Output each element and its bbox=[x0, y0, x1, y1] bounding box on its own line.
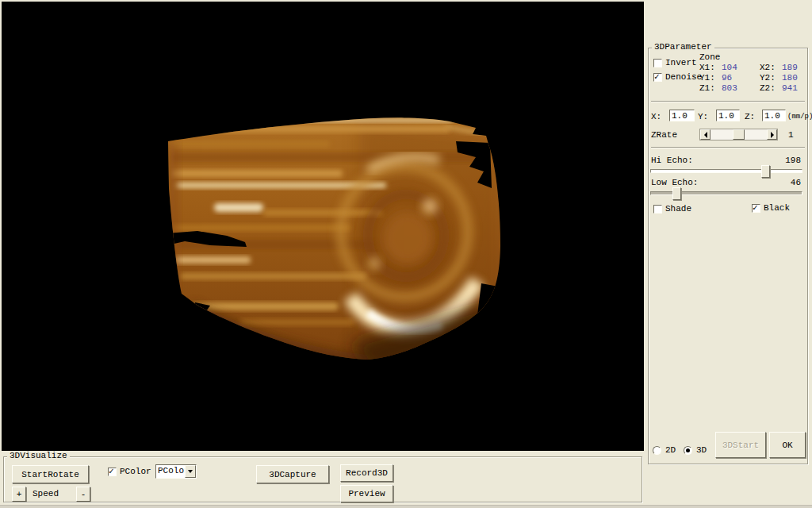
zrate-scrollbar-thumb[interactable] bbox=[733, 129, 745, 140]
low-echo-slider-thumb[interactable] bbox=[672, 187, 681, 200]
zone-label: Zone bbox=[699, 52, 720, 62]
visualize-groupbox: 3DVisualize StartRotate PColor PColor 3D… bbox=[3, 456, 642, 502]
black-label: Black bbox=[764, 203, 790, 213]
start-3d-button[interactable]: 3DStart bbox=[715, 432, 766, 458]
arrow-right-icon bbox=[771, 132, 774, 138]
denoise-checkbox[interactable] bbox=[653, 73, 662, 82]
preview-button[interactable]: Preview bbox=[340, 485, 393, 502]
denoise-label: Denoise bbox=[665, 72, 702, 82]
zrate-value: 1 bbox=[788, 130, 794, 140]
low-echo-slider[interactable] bbox=[650, 191, 802, 195]
shade-checkbox[interactable] bbox=[653, 205, 662, 214]
ok-button[interactable]: OK bbox=[769, 432, 806, 458]
parameter-groupbox: 3DParameter Invert Denoise Zone X1: 104 … bbox=[648, 48, 808, 464]
zone-x1-label: X1: bbox=[699, 63, 715, 72]
mode-2d-radio[interactable] bbox=[653, 446, 661, 455]
visualize-group-title: 3DVisualize bbox=[7, 451, 70, 460]
app-window: { "right_panel": { "group_title": "3DPar… bbox=[0, 0, 812, 508]
hi-echo-label: Hi Echo: bbox=[651, 156, 693, 165]
hi-echo-slider[interactable] bbox=[650, 169, 802, 173]
hi-echo-slider-thumb[interactable] bbox=[761, 165, 770, 178]
speed-label: Speed bbox=[33, 489, 59, 498]
voxel-y-label: Y: bbox=[698, 112, 708, 121]
separator bbox=[651, 147, 805, 148]
voxel-unit-label: (mm/p) bbox=[787, 113, 812, 121]
zone-x2-label: X2: bbox=[760, 63, 776, 72]
zrate-scrollbar[interactable] bbox=[699, 129, 778, 140]
volume-render-3d-ultrasound bbox=[2, 2, 644, 451]
pcolor-checkbox[interactable] bbox=[108, 468, 117, 476]
zone-x2-value: 189 bbox=[782, 63, 798, 72]
mode-3d-radio[interactable] bbox=[684, 446, 692, 455]
voxel-y-input[interactable] bbox=[716, 110, 740, 121]
zone-y2-label: Y2: bbox=[760, 73, 776, 83]
voxel-x-label: X: bbox=[651, 112, 661, 121]
pcolor-dropdown-button[interactable] bbox=[185, 465, 196, 478]
viewport-3d[interactable] bbox=[2, 2, 644, 451]
zone-y2-value: 180 bbox=[782, 73, 798, 83]
capture-3d-button[interactable]: 3DCapture bbox=[256, 465, 329, 483]
window-bottom-edge bbox=[0, 505, 812, 508]
separator bbox=[651, 101, 805, 102]
hi-echo-value: 198 bbox=[785, 156, 801, 165]
low-echo-label: Low Echo: bbox=[651, 178, 698, 187]
black-checkbox[interactable] bbox=[752, 204, 760, 213]
invert-checkbox[interactable] bbox=[653, 59, 662, 67]
voxel-x-input[interactable] bbox=[669, 110, 695, 121]
zone-x1-value: 104 bbox=[722, 63, 737, 72]
zone-y1-label: Y1: bbox=[699, 73, 715, 83]
low-echo-value: 46 bbox=[791, 178, 801, 187]
mode-2d-label: 2D bbox=[665, 445, 676, 455]
zrate-label: ZRate bbox=[651, 130, 677, 140]
mode-3d-label: 3D bbox=[696, 445, 707, 455]
pcolor-label: PColor bbox=[120, 467, 151, 476]
record-3d-button[interactable]: Record3D bbox=[340, 464, 393, 482]
speed-minus-button[interactable]: - bbox=[76, 487, 90, 502]
invert-label: Invert bbox=[665, 58, 697, 67]
zrate-scroll-right-button[interactable] bbox=[767, 129, 777, 140]
zrate-scroll-left-button[interactable] bbox=[700, 129, 710, 140]
shade-label: Shade bbox=[665, 204, 691, 214]
zone-z1-value: 803 bbox=[722, 83, 737, 93]
chevron-down-icon bbox=[188, 470, 193, 473]
pcolor-dropdown-value: PColor bbox=[156, 465, 185, 478]
pcolor-dropdown[interactable]: PColor bbox=[155, 464, 197, 479]
voxel-z-input[interactable] bbox=[762, 110, 786, 121]
arrow-left-icon bbox=[704, 132, 707, 138]
start-rotate-button[interactable]: StartRotate bbox=[12, 465, 89, 483]
speed-plus-button[interactable]: + bbox=[12, 487, 26, 502]
parameter-group-title: 3DParameter bbox=[652, 42, 714, 52]
zone-z2-value: 941 bbox=[782, 83, 798, 93]
voxel-z-label: Z: bbox=[745, 112, 755, 121]
zone-z1-label: Z1: bbox=[699, 83, 715, 93]
zone-y1-value: 96 bbox=[722, 73, 732, 83]
zone-z2-label: Z2: bbox=[760, 83, 776, 93]
